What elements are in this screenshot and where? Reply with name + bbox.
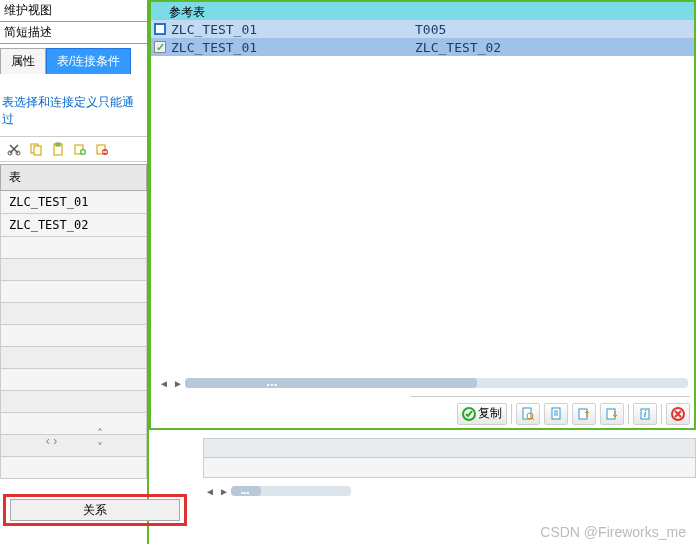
detail-row [203, 458, 696, 478]
relation-button[interactable]: 关系 [10, 499, 180, 521]
reference-table-dialog: 参考表 ZLC_TEST_01 T005 ✓ ZLC_TEST_01 ZLC_T… [149, 0, 696, 430]
tab-bar: 属性 表/连接条件 [0, 48, 147, 74]
empty-row [0, 369, 147, 391]
ref-cell-target: ZLC_TEST_02 [413, 40, 657, 55]
info-text: 表选择和连接定义只能通过 [2, 94, 143, 128]
insert-button[interactable] [70, 139, 90, 159]
checkbox-checked-icon: ✓ [154, 41, 166, 53]
scrollbar-thumb[interactable]: ••• [185, 378, 477, 388]
copy-action-button[interactable]: 复制 [457, 403, 507, 425]
reference-table-header: 参考表 [151, 2, 694, 20]
table-row[interactable]: ZLC_TEST_02 [0, 214, 147, 237]
delete-button[interactable] [92, 139, 112, 159]
checkbox-unchecked-icon [154, 23, 166, 35]
paste-icon [51, 142, 65, 156]
svg-rect-15 [607, 409, 615, 419]
ref-cell-target: T005 [413, 22, 657, 37]
left-toolbar [0, 136, 147, 162]
document-search-icon [521, 407, 535, 421]
table-list-header: 表 [0, 164, 147, 191]
scroll-right-icon[interactable]: ► [217, 484, 231, 498]
watermark: CSDN @Fireworks_me [540, 524, 686, 540]
empty-row [0, 281, 147, 303]
detail-horizontal-scrollbar[interactable]: ◄ ► ••• [203, 484, 696, 498]
filter-button[interactable] [544, 403, 568, 425]
svg-rect-14 [579, 409, 587, 419]
sort-asc-icon [577, 407, 591, 421]
info-button[interactable]: i [633, 403, 657, 425]
scrollbar-track[interactable]: ••• [231, 486, 351, 496]
table-list: 表 ZLC_TEST_01 ZLC_TEST_02 [0, 164, 147, 479]
svg-rect-3 [34, 146, 41, 155]
tab-table-join[interactable]: 表/连接条件 [46, 48, 131, 74]
detail-row [203, 438, 696, 458]
delete-row-icon [95, 142, 109, 156]
scissors-icon [7, 142, 21, 156]
relation-highlight-box: 关系 [3, 494, 187, 526]
bottom-detail-panel: ◄ ► ••• [203, 438, 696, 518]
check-circle-icon [462, 407, 476, 421]
ref-cell-source: ZLC_TEST_01 [169, 22, 413, 37]
scrollbar-track[interactable]: ••• [185, 378, 688, 388]
dialog-toolbar: 复制 i [410, 396, 690, 426]
find-button[interactable] [516, 403, 540, 425]
svg-rect-5 [56, 143, 60, 146]
copy-icon [29, 142, 43, 156]
dialog-horizontal-scrollbar[interactable]: ◄ ► ••• [157, 376, 688, 390]
insert-row-icon [73, 142, 87, 156]
scrollbar-thumb[interactable]: ••• [231, 486, 261, 496]
row-checkbox[interactable] [151, 23, 169, 35]
left-panel: 维护视图 简短描述 属性 表/连接条件 表选择和连接定义只能通过 表 ZLC_T… [0, 0, 149, 544]
document-icon [549, 407, 563, 421]
empty-row [0, 347, 147, 369]
empty-row [0, 325, 147, 347]
scroll-right-icon[interactable]: ► [171, 376, 185, 390]
cancel-icon [671, 407, 685, 421]
sort-asc-button[interactable] [572, 403, 596, 425]
list-scroll-indicator: ‹ › ˄˅ [0, 433, 149, 449]
tab-attributes[interactable]: 属性 [0, 48, 46, 74]
scroll-left-icon[interactable]: ◄ [157, 376, 171, 390]
maintenance-view-label: 维护视图 [0, 0, 147, 22]
empty-row [0, 303, 147, 325]
scroll-up-down-icon[interactable]: ˄˅ [97, 427, 103, 455]
ref-cell-source: ZLC_TEST_01 [169, 40, 413, 55]
cut-button[interactable] [4, 139, 24, 159]
table-row[interactable]: ZLC_TEST_01 [0, 191, 147, 214]
row-checkbox[interactable]: ✓ [151, 41, 169, 53]
empty-row [0, 237, 147, 259]
empty-row [0, 391, 147, 413]
copy-button[interactable] [26, 139, 46, 159]
sort-desc-button[interactable] [600, 403, 624, 425]
empty-row [0, 457, 147, 479]
reference-row[interactable]: ZLC_TEST_01 T005 [151, 20, 694, 38]
scroll-left-icon[interactable]: ‹ › [46, 434, 57, 448]
empty-row [0, 413, 147, 435]
short-description-label: 简短描述 [0, 22, 147, 44]
info-icon: i [638, 407, 652, 421]
paste-button[interactable] [48, 139, 68, 159]
cancel-button[interactable] [666, 403, 690, 425]
reference-row[interactable]: ✓ ZLC_TEST_01 ZLC_TEST_02 [151, 38, 694, 56]
empty-row [0, 259, 147, 281]
scroll-left-icon[interactable]: ◄ [203, 484, 217, 498]
sort-desc-icon [605, 407, 619, 421]
